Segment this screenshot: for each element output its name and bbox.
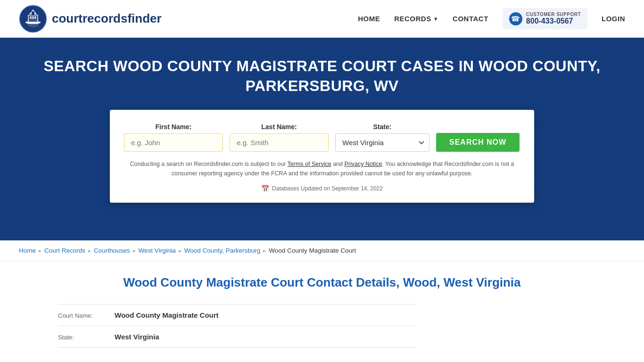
hero-title: SEARCH WOOD COUNTY MAGISTRATE COURT CASE…	[9, 57, 635, 96]
nav-login[interactable]: LOGIN	[602, 15, 625, 23]
nav-home[interactable]: HOME	[358, 15, 380, 23]
hero-section: SEARCH WOOD COUNTY MAGISTRATE COURT CASE…	[0, 38, 644, 240]
breadcrumb: Home ▸ Court Records ▸ Courthouses ▸ Wes…	[0, 240, 644, 261]
svg-rect-6	[32, 11, 34, 15]
last-name-input[interactable]	[230, 133, 329, 152]
search-button[interactable]: SEARCH NOW	[436, 133, 520, 152]
breadcrumb-current: Wood County Magistrate Court	[269, 247, 356, 254]
svg-rect-8	[32, 16, 34, 19]
details-section: Court Name: Wood County Magistrate Court…	[58, 304, 416, 348]
logo-text: courtrecordsfinder	[52, 11, 162, 26]
site-header: courtrecordsfinder HOME RECORDS ▼ CONTAC…	[0, 0, 644, 38]
terms-link[interactable]: Terms of Service	[288, 161, 331, 167]
search-form-box: First Name: Last Name: State: West Virgi…	[110, 110, 534, 203]
state-select[interactable]: West Virginia Alabama Alaska Arizona Cal…	[335, 133, 429, 152]
breadcrumb-courthouses[interactable]: Courthouses	[94, 247, 130, 254]
breadcrumb-sep-2: ▸	[88, 247, 91, 254]
chevron-down-icon: ▼	[433, 16, 438, 22]
calendar-icon: 📅	[261, 185, 269, 192]
detail-row-court-name: Court Name: Wood County Magistrate Court	[58, 304, 416, 326]
hero-content: SEARCH WOOD COUNTY MAGISTRATE COURT CASE…	[9, 57, 635, 203]
breadcrumb-sep-1: ▸	[39, 247, 41, 254]
form-row: First Name: Last Name: State: West Virgi…	[124, 123, 520, 152]
svg-rect-7	[30, 16, 32, 19]
svg-rect-4	[26, 23, 40, 24]
db-updated-text: Databases Updated on September 14, 2022	[272, 185, 383, 192]
disclaimer-text: Conducting a search on Recordsfinder.com…	[124, 159, 520, 178]
state-group: State: West Virginia Alabama Alaska Ariz…	[335, 123, 429, 152]
support-number: 800-433-0567	[526, 17, 581, 25]
privacy-link[interactable]: Privacy Notice	[344, 161, 382, 167]
main-content: Wood County Magistrate Court Contact Det…	[39, 261, 605, 362]
breadcrumb-sep-3: ▸	[133, 247, 136, 254]
breadcrumb-sep-4: ▸	[179, 247, 182, 254]
main-nav: HOME RECORDS ▼ CONTACT ☎ CUSTOMER SUPPOR…	[358, 8, 625, 29]
detail-row-state: State: West Virginia	[58, 326, 416, 348]
last-name-label: Last Name:	[230, 123, 329, 131]
last-name-group: Last Name:	[230, 123, 329, 152]
support-phone-icon: ☎	[509, 12, 522, 25]
first-name-group: First Name:	[124, 123, 223, 152]
breadcrumb-court-records[interactable]: Court Records	[44, 247, 85, 254]
state-label: State:	[335, 123, 429, 131]
customer-support-block[interactable]: ☎ CUSTOMER SUPPORT 800-433-0567	[503, 8, 587, 29]
nav-records[interactable]: RECORDS ▼	[394, 15, 438, 23]
nav-contact[interactable]: CONTACT	[453, 15, 488, 23]
state-detail-value: West Virginia	[115, 333, 159, 341]
court-name-label: Court Name:	[58, 312, 110, 319]
db-updated-row: 📅 Databases Updated on September 14, 202…	[124, 185, 520, 192]
state-detail-label: State:	[58, 334, 110, 341]
breadcrumb-sep-5: ▸	[263, 247, 266, 254]
logo[interactable]: courtrecordsfinder	[19, 5, 162, 33]
first-name-input[interactable]	[124, 133, 223, 152]
page-heading: Wood County Magistrate Court Contact Det…	[58, 275, 586, 290]
court-name-value: Wood County Magistrate Court	[115, 311, 219, 319]
logo-icon	[19, 5, 47, 33]
breadcrumb-home[interactable]: Home	[19, 247, 36, 254]
breadcrumb-west-virginia[interactable]: West Virginia	[139, 247, 176, 254]
breadcrumb-wood-county[interactable]: Wood County, Parkersburg	[184, 247, 261, 254]
support-label: CUSTOMER SUPPORT	[526, 12, 581, 17]
svg-rect-9	[34, 16, 36, 19]
first-name-label: First Name:	[124, 123, 223, 131]
